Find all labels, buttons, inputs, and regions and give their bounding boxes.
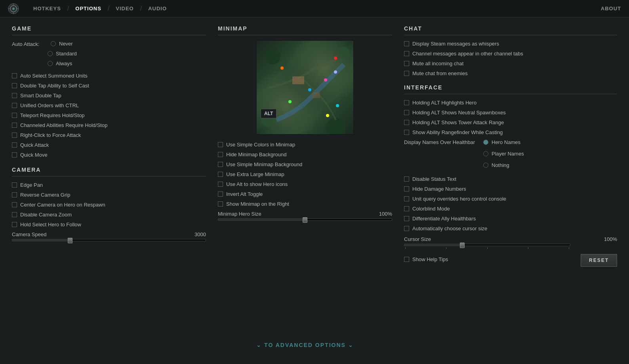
checkbox-label[interactable]: Use Simple Minimap Background [226, 161, 302, 167]
minimap-hero-size-thumb[interactable] [303, 217, 307, 223]
checkbox-label[interactable]: Colorblind Mode [412, 206, 450, 212]
checkbox-hide-minimap-background[interactable] [218, 152, 223, 157]
checkbox-label[interactable]: Use Alt to show Hero icons [226, 181, 288, 187]
display-name-label[interactable]: Player Names [492, 151, 524, 157]
checkbox-label[interactable]: Automatically choose cursor size [412, 226, 487, 231]
checkbox-label[interactable]: Unit query overrides hero control consol… [412, 196, 506, 202]
checkbox-label[interactable]: Reverse Camera Grip [20, 192, 70, 198]
checkbox-label[interactable]: Center Camera on Hero on Respawn [20, 202, 105, 208]
checkbox-label[interactable]: Channel messages appear in other channel… [412, 51, 523, 57]
checkbox-differentiate-ally-healthbars[interactable] [404, 216, 409, 221]
show-help-label[interactable]: Show Help Tips [412, 256, 448, 262]
checkbox-channel-messages-appear-in-oth[interactable] [404, 51, 409, 56]
slider-tick [487, 247, 488, 249]
checkbox-label[interactable]: Show Ability Rangefinder While Casting [412, 129, 503, 135]
interface-checkboxes2: Disable Status TextHide Damage NumbersUn… [404, 175, 617, 232]
camera-speed-thumb[interactable] [68, 238, 72, 243]
display-name-label[interactable]: Hero Names [492, 139, 520, 145]
checkbox-holding-alt-highlights-hero[interactable] [404, 100, 409, 105]
radio-display-name-hero-names[interactable] [483, 140, 488, 145]
checkbox-label[interactable]: Invert Alt Toggle [226, 191, 263, 197]
checkbox-auto-select-summoned-units[interactable] [12, 73, 17, 78]
auto-attack-never-label[interactable]: Never [59, 41, 73, 47]
checkbox-disable-status-text[interactable] [404, 176, 409, 182]
checkbox-label[interactable]: Differentiate Ally Healthbars [412, 216, 476, 222]
nav-audio[interactable]: AUDIO [142, 6, 173, 11]
checkbox-teleport-requires-hold/stop[interactable] [12, 113, 17, 118]
checkbox-center-camera-on-hero-on-respa[interactable] [12, 202, 17, 207]
checkbox-use-simple-minimap-background[interactable] [218, 162, 223, 167]
camera-speed-track[interactable] [12, 239, 206, 241]
checkbox-quick-move[interactable] [12, 152, 17, 157]
radio-display-name-player-names[interactable] [483, 151, 488, 156]
checkbox-automatically-choose-cursor-si[interactable] [404, 226, 409, 231]
checkbox-hold-select-hero-to-follow[interactable] [12, 222, 17, 227]
checkbox-label[interactable]: Holding ALT Shows Tower Attack Range [412, 119, 504, 125]
radio-always[interactable] [48, 61, 53, 66]
checkbox-use-alt-to-show-hero-icons[interactable] [218, 182, 223, 187]
checkbox-label[interactable]: Disable Status Text [412, 176, 456, 182]
show-help-checkbox[interactable] [404, 257, 409, 262]
checkbox-label[interactable]: Quick Move [20, 152, 48, 158]
checkbox-colorblind-mode[interactable] [404, 206, 409, 211]
checkbox-show-ability-rangefinder-while[interactable] [404, 130, 409, 135]
checkbox-label[interactable]: Double Tap Ability to Self Cast [20, 83, 89, 89]
checkbox-use-simple-colors-in-minimap[interactable] [218, 142, 223, 147]
checkbox-label[interactable]: Channeled Abilities Require Hold/Stop [20, 122, 107, 128]
checkbox-label[interactable]: Hide Minimap Background [226, 152, 286, 157]
nav-about[interactable]: ABOUT [601, 6, 621, 11]
checkbox-label[interactable]: Holding ALT Shows Neutral Spawnboxes [412, 110, 506, 116]
checkbox-label[interactable]: Use Simple Colors in Minimap [226, 142, 295, 148]
auto-attack-always-label[interactable]: Always [56, 61, 72, 66]
checkbox-mute-all-incoming-chat[interactable] [404, 61, 409, 66]
checkbox-invert-alt-toggle[interactable] [218, 191, 223, 197]
minimap-hero-size-track[interactable] [218, 218, 392, 221]
checkbox-use-extra-large-minimap[interactable] [218, 172, 223, 177]
checkbox-label[interactable]: Edge Pan [20, 182, 43, 188]
checkbox-show-minimap-on-the-right[interactable] [218, 201, 223, 207]
checkbox-label[interactable]: Auto Select Summoned Units [20, 73, 88, 79]
checkbox-label[interactable]: Hide Damage Numbers [412, 186, 466, 192]
checkbox-label[interactable]: Show Minimap on the Right [226, 201, 289, 207]
checkbox-quick-attack[interactable] [12, 142, 17, 148]
checkbox-label[interactable]: Use Extra Large Minimap [226, 171, 284, 177]
radio-display-name-nothing[interactable] [483, 163, 488, 168]
checkbox-label[interactable]: Teleport Requires Hold/Stop [20, 112, 85, 118]
checkbox-channeled-abilities-require-ho[interactable] [12, 123, 17, 128]
checkbox-label[interactable]: Mute all incoming chat [412, 61, 463, 66]
checkbox-label[interactable]: Hold Select Hero to Follow [20, 222, 81, 228]
radio-never[interactable] [51, 41, 56, 46]
cursor-size-track[interactable] [404, 244, 570, 246]
checkbox-label[interactable]: Mute chat from enemies [412, 70, 467, 76]
display-name-label[interactable]: Nothing [492, 162, 509, 168]
checkbox-label[interactable]: Smart Double Tap [20, 93, 61, 99]
checkbox-disable-camera-zoom[interactable] [12, 212, 17, 217]
checkbox-hide-damage-numbers[interactable] [404, 186, 409, 191]
checkbox-unit-query-overrides-hero-cont[interactable] [404, 196, 409, 201]
chat-section-title: CHAT [404, 25, 617, 32]
nav-hotkeys[interactable]: HOTKEYS [27, 6, 67, 11]
checkbox-double-tap-ability-to-self-cas[interactable] [12, 83, 17, 88]
checkbox-holding-alt-shows-tower-attack[interactable] [404, 120, 409, 125]
checkbox-label[interactable]: Right-Click to Force Attack [20, 132, 81, 138]
checkbox-right-click-to-force-attack[interactable] [12, 133, 17, 138]
nav-video[interactable]: VIDEO [109, 6, 140, 11]
checkbox-holding-alt-shows-neutral-spaw[interactable] [404, 110, 409, 115]
checkbox-mute-chat-from-enemies[interactable] [404, 71, 409, 76]
checkbox-label[interactable]: Holding ALT Highlights Hero [412, 100, 477, 106]
auto-attack-standard-label[interactable]: Standard [56, 51, 77, 57]
checkbox-smart-double-tap[interactable] [12, 93, 17, 98]
checkbox-edge-pan[interactable] [12, 182, 17, 188]
radio-standard[interactable] [48, 51, 53, 56]
advanced-options-button[interactable]: ⌄ TO ADVANCED OPTIONS ⌄ [256, 342, 354, 348]
option-row: Holding ALT Highlights Hero [404, 99, 617, 106]
checkbox-label[interactable]: Disable Camera Zoom [20, 212, 72, 218]
reset-button[interactable]: RESET [581, 254, 617, 267]
checkbox-unified-orders-with-ctrl[interactable] [12, 103, 17, 108]
checkbox-label[interactable]: Unified Orders with CTRL [20, 102, 79, 108]
nav-options[interactable]: OPTIONS [69, 6, 108, 11]
checkbox-reverse-camera-grip[interactable] [12, 192, 17, 197]
checkbox-display-steam-messages-as-whis[interactable] [404, 41, 409, 46]
checkbox-label[interactable]: Display Steam messages as whispers [412, 41, 499, 47]
checkbox-label[interactable]: Quick Attack [20, 142, 49, 148]
